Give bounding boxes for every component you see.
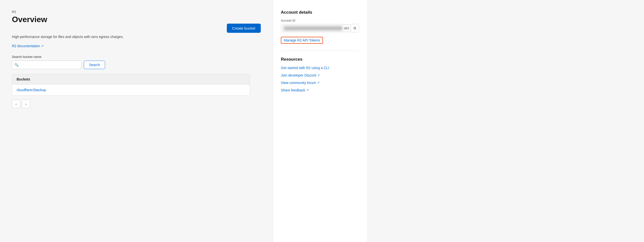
page-label: R2 <box>12 10 261 14</box>
resources-title: Resources <box>281 57 359 62</box>
pagination: ‹ › <box>12 100 261 108</box>
doc-link-label: R2 documentation <box>12 44 40 48</box>
resource-link-cli[interactable]: Get started with R2 using a CLI <box>281 66 359 70</box>
resource-link-cli-label: Get started with R2 using a CLI <box>281 66 329 70</box>
copy-icon: ⧉ <box>354 26 356 30</box>
external-icon-feedback: ↗ <box>306 88 309 92</box>
page-title: Overview <box>12 15 47 24</box>
account-id-value: ████████████████████████████ <box>281 24 342 32</box>
bucket-link[interactable]: cloudflarer2backup <box>16 88 46 92</box>
search-button[interactable]: Search <box>84 61 105 69</box>
resource-link-discord[interactable]: Join developer Discord ↗ <box>281 73 359 77</box>
account-id-row: ████████████████████████████ d91 ⧉ <box>281 24 359 32</box>
divider <box>281 51 359 51</box>
pagination-next-button[interactable]: › <box>22 100 30 108</box>
external-icon-discord: ↗ <box>317 74 320 77</box>
resource-link-feedback[interactable]: Share feedback ↗ <box>281 88 359 92</box>
account-details-title: Account details <box>281 10 359 15</box>
page-subtitle: High-performance storage for files and o… <box>12 35 261 39</box>
table-row[interactable]: cloudflarer2backup <box>12 84 250 95</box>
resource-link-discord-label: Join developer Discord <box>281 73 316 77</box>
search-input[interactable] <box>12 61 81 69</box>
resource-link-feedback-label: Share feedback <box>281 88 305 92</box>
account-id-label: Account ID <box>281 19 359 22</box>
external-icon-forum: ↗ <box>317 81 320 84</box>
pagination-prev-button[interactable]: ‹ <box>12 100 20 108</box>
buckets-header: Buckets <box>12 74 250 84</box>
account-id-suffix: d91 <box>342 24 351 32</box>
search-label: Search bucket name <box>12 55 261 59</box>
r2-documentation-link[interactable]: R2 documentation ↗ <box>12 44 44 48</box>
external-link-icon: ↗ <box>41 44 44 48</box>
resource-link-forum[interactable]: View community forum ↗ <box>281 81 359 85</box>
search-icon: 🔍 <box>14 63 18 67</box>
buckets-table: Buckets cloudflarer2backup <box>12 74 250 96</box>
resource-link-forum-label: View community forum <box>281 81 316 85</box>
create-bucket-button[interactable]: Create bucket <box>227 24 261 33</box>
copy-account-id-button[interactable]: ⧉ <box>351 24 359 32</box>
sidebar: Account details Account ID █████████████… <box>273 0 367 242</box>
manage-r2-api-tokens-link[interactable]: Manage R2 API Tokens <box>281 37 323 44</box>
